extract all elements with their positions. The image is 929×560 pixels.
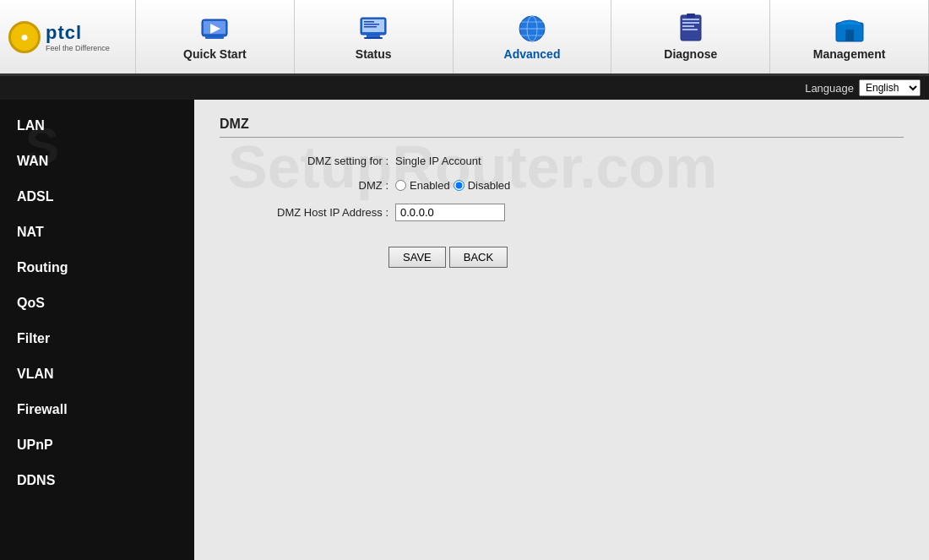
back-button[interactable]: BACK bbox=[449, 247, 508, 268]
nav-status[interactable]: Status bbox=[295, 0, 454, 73]
sidebar-item-qos[interactable]: QoS bbox=[0, 285, 194, 321]
svg-rect-20 bbox=[682, 29, 698, 30]
dmz-radio-row: DMZ : Enabled Disabled bbox=[220, 179, 904, 192]
dmz-section-title: DMZ bbox=[220, 117, 904, 138]
management-icon bbox=[833, 14, 867, 44]
sidebar-item-lan[interactable]: LAN bbox=[0, 108, 194, 144]
logo-circle: ● bbox=[8, 21, 41, 53]
sidebar-item-vlan[interactable]: VLAN bbox=[0, 356, 194, 392]
sidebar-item-routing[interactable]: Routing bbox=[0, 250, 194, 285]
content-area: SetupRouter.com DMZ DMZ setting for : Si… bbox=[194, 100, 929, 560]
nav-diagnose-label: Diagnose bbox=[664, 47, 717, 61]
quick-start-icon bbox=[198, 14, 231, 44]
sidebar-item-filter[interactable]: Filter bbox=[0, 321, 194, 356]
nav-quick-start[interactable]: Quick Start bbox=[135, 0, 295, 73]
svg-rect-17 bbox=[682, 19, 699, 20]
nav-diagnose[interactable]: Diagnose bbox=[611, 0, 770, 73]
svg-rect-19 bbox=[682, 25, 694, 27]
dmz-enabled-radio[interactable] bbox=[395, 180, 406, 191]
dmz-enabled-label: Enabled bbox=[410, 179, 450, 192]
svg-rect-1 bbox=[205, 36, 224, 39]
main-layout: S LAN WAN ADSL NAT Routing QoS Filter VL… bbox=[0, 100, 929, 560]
svg-rect-8 bbox=[364, 21, 374, 23]
button-row: SAVE BACK bbox=[388, 247, 904, 268]
dmz-radio-label: DMZ : bbox=[220, 179, 388, 192]
save-button[interactable]: SAVE bbox=[388, 247, 446, 268]
logo-brand: ptcl bbox=[46, 22, 110, 44]
logo-tagline: Feel the Difference bbox=[46, 44, 110, 52]
dmz-setting-row: DMZ setting for : Single IP Account bbox=[220, 155, 904, 167]
dmz-host-ip-input[interactable] bbox=[395, 204, 505, 221]
sidebar-item-upnp[interactable]: UPnP bbox=[0, 427, 194, 463]
dmz-disabled-label: Disabled bbox=[468, 179, 511, 192]
nav-management[interactable]: Management bbox=[770, 0, 929, 73]
dmz-setting-label: DMZ setting for : bbox=[220, 155, 388, 167]
dmz-host-ip-label: DMZ Host IP Address : bbox=[220, 206, 388, 219]
language-bar: Language English Chinese bbox=[0, 76, 929, 100]
nav-advanced[interactable]: Advanced bbox=[454, 0, 612, 73]
nav-quick-start-label: Quick Start bbox=[183, 47, 247, 61]
svg-rect-18 bbox=[682, 22, 699, 24]
sidebar-item-adsl[interactable]: ADSL bbox=[0, 179, 194, 215]
svg-rect-9 bbox=[364, 24, 379, 25]
sidebar-item-firewall[interactable]: Firewall bbox=[0, 392, 194, 427]
dmz-disabled-radio[interactable] bbox=[454, 180, 465, 191]
diagnose-icon bbox=[674, 14, 708, 44]
content-inner: DMZ DMZ setting for : Single IP Account … bbox=[194, 100, 929, 285]
advanced-icon bbox=[515, 14, 549, 44]
logo: ● ptcl Feel the Difference bbox=[0, 21, 135, 53]
dmz-setting-value: Single IP Account bbox=[395, 155, 481, 167]
sidebar: S LAN WAN ADSL NAT Routing QoS Filter VL… bbox=[0, 100, 194, 560]
nav-status-label: Status bbox=[356, 47, 392, 61]
nav-management-label: Management bbox=[813, 47, 886, 61]
logo-text: ptcl Feel the Difference bbox=[46, 22, 110, 52]
status-icon bbox=[356, 14, 390, 44]
dmz-radio-group: Enabled Disabled bbox=[395, 179, 510, 192]
sidebar-item-wan[interactable]: WAN bbox=[0, 144, 194, 179]
language-label: Language bbox=[805, 82, 854, 95]
language-select[interactable]: English Chinese bbox=[859, 79, 921, 96]
nav-bar: Quick Start Status bbox=[135, 0, 929, 73]
sidebar-item-ddns[interactable]: DDNS bbox=[0, 463, 194, 498]
svg-rect-6 bbox=[367, 35, 380, 37]
svg-rect-23 bbox=[845, 30, 854, 41]
svg-rect-10 bbox=[364, 26, 377, 28]
dmz-host-ip-row: DMZ Host IP Address : bbox=[220, 204, 904, 221]
svg-rect-7 bbox=[364, 37, 383, 39]
nav-advanced-label: Advanced bbox=[504, 47, 561, 61]
header: ● ptcl Feel the Difference Quick Start bbox=[0, 0, 929, 76]
svg-rect-21 bbox=[687, 14, 695, 18]
sidebar-item-nat[interactable]: NAT bbox=[0, 215, 194, 250]
